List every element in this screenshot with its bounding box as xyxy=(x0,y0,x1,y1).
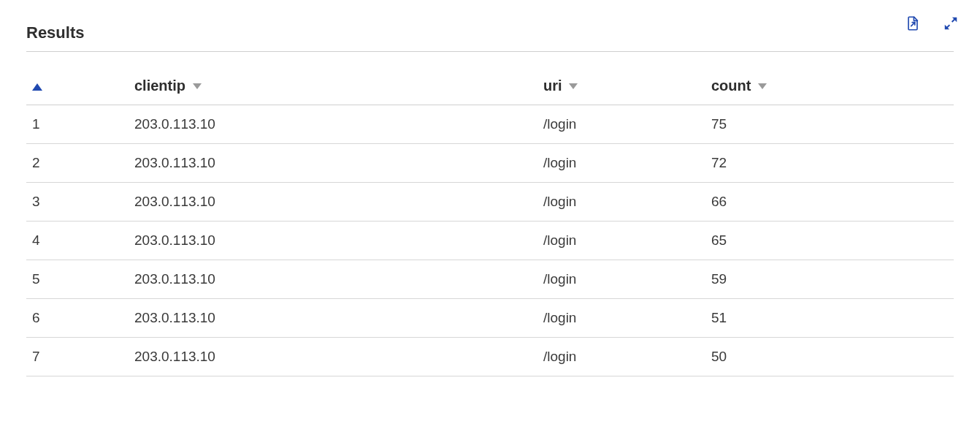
cell-uri: /login xyxy=(537,183,705,222)
cell-count: 75 xyxy=(705,105,954,144)
cell-count: 51 xyxy=(705,299,954,338)
cell-clientip: 203.0.113.10 xyxy=(129,183,537,222)
column-header-count[interactable]: count xyxy=(705,69,954,105)
cell-clientip: 203.0.113.10 xyxy=(129,299,537,338)
table-row[interactable]: 1203.0.113.10/login75 xyxy=(26,105,954,144)
cell-count: 72 xyxy=(705,144,954,183)
cell-clientip: 203.0.113.10 xyxy=(129,222,537,260)
table-row[interactable]: 4203.0.113.10/login65 xyxy=(26,222,954,260)
column-label: clientip xyxy=(134,77,185,94)
table-row[interactable]: 3203.0.113.10/login66 xyxy=(26,183,954,222)
table-row[interactable]: 7203.0.113.10/login50 xyxy=(26,338,954,376)
sort-dropdown-icon xyxy=(193,83,202,89)
table-row[interactable]: 5203.0.113.10/login59 xyxy=(26,260,954,299)
cell-index: 2 xyxy=(26,144,129,183)
cell-count: 50 xyxy=(705,338,954,376)
sort-dropdown-icon xyxy=(569,83,578,89)
column-header-index[interactable] xyxy=(26,69,129,105)
cell-count: 66 xyxy=(705,183,954,222)
cell-count: 59 xyxy=(705,260,954,299)
sort-dropdown-icon xyxy=(758,83,767,89)
column-header-clientip[interactable]: clientip xyxy=(129,69,537,105)
cell-index: 4 xyxy=(26,222,129,260)
cell-clientip: 203.0.113.10 xyxy=(129,144,537,183)
cell-uri: /login xyxy=(537,105,705,144)
column-header-uri[interactable]: uri xyxy=(537,69,705,105)
column-label: count xyxy=(711,77,751,94)
expand-icon[interactable] xyxy=(942,15,960,32)
table-row[interactable]: 6203.0.113.10/login51 xyxy=(26,299,954,338)
table-row[interactable]: 2203.0.113.10/login72 xyxy=(26,144,954,183)
cell-index: 3 xyxy=(26,183,129,222)
cell-index: 5 xyxy=(26,260,129,299)
sort-ascending-icon xyxy=(32,83,42,91)
cell-clientip: 203.0.113.10 xyxy=(129,105,537,144)
column-label: uri xyxy=(543,77,562,94)
cell-uri: /login xyxy=(537,299,705,338)
cell-index: 1 xyxy=(26,105,129,144)
cell-clientip: 203.0.113.10 xyxy=(129,260,537,299)
results-table: clientip uri count 1203.0.113.10/login75… xyxy=(26,69,954,376)
cell-count: 65 xyxy=(705,222,954,260)
cell-clientip: 203.0.113.10 xyxy=(129,338,537,376)
results-title: Results xyxy=(26,23,84,42)
cell-uri: /login xyxy=(537,144,705,183)
export-icon[interactable] xyxy=(904,15,922,32)
cell-index: 7 xyxy=(26,338,129,376)
cell-uri: /login xyxy=(537,222,705,260)
cell-index: 6 xyxy=(26,299,129,338)
cell-uri: /login xyxy=(537,260,705,299)
cell-uri: /login xyxy=(537,338,705,376)
